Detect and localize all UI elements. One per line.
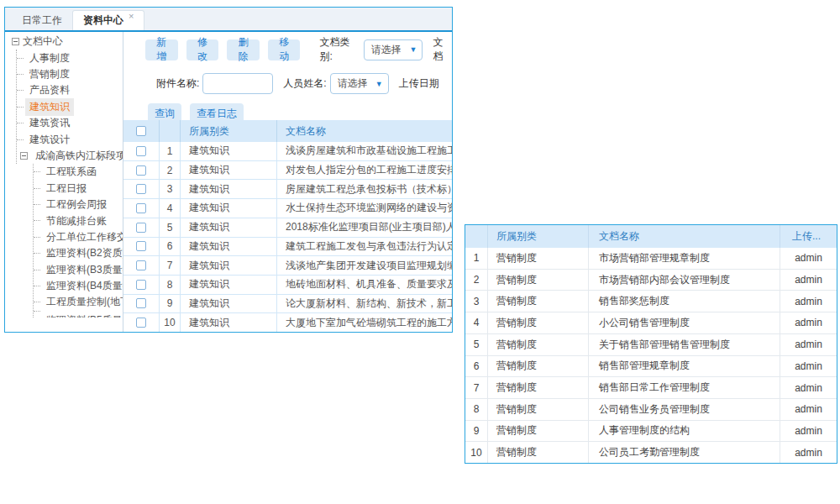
move-button[interactable]: 移动 (268, 39, 301, 60)
tree-node-project[interactable]: 成渝高铁内江标段项目 (17, 148, 123, 164)
table-row[interactable]: 9营销制度人事管理制度的结构admin (465, 421, 837, 443)
row-category-cell: 营销制度 (488, 399, 589, 420)
doc-category-select[interactable]: 请选择 ▼ (364, 39, 423, 60)
row-checkbox-cell (123, 142, 160, 160)
tree-item[interactable]: 产品资料 (17, 82, 123, 98)
tree-root-label: 文档中心 (23, 34, 63, 49)
tree-item[interactable]: 建筑知识 (17, 99, 123, 115)
row-checkbox[interactable] (136, 203, 146, 213)
row-checkbox[interactable] (136, 165, 146, 176)
row-uploader-cell: admin (780, 399, 837, 420)
tree-item[interactable]: 工程日报 (34, 181, 123, 197)
upload-date-label-clipped: 上传日期 (399, 76, 439, 91)
row-checkbox[interactable] (136, 260, 146, 270)
row-category-cell: 建筑知识 (181, 199, 277, 218)
header-number (465, 225, 488, 248)
row-name-cell: 市场营销部内部会议管理制度 (589, 270, 780, 291)
row-checkbox[interactable] (136, 241, 146, 251)
table-row[interactable]: 5营销制度关于销售部管理销售管理制度admin (465, 334, 837, 356)
tree-item[interactable]: 建筑资讯 (17, 115, 123, 131)
person-name-select[interactable]: 请选择 ▼ (330, 73, 389, 94)
toolbar-row-actions: 新增 修改 删除 移动 文档类别: 请选择 ▼ 文档 (145, 35, 452, 64)
table-row[interactable]: 5建筑知识2018标准化监理项目部(业主项目部)人员... (123, 218, 452, 238)
row-checkbox[interactable] (136, 280, 146, 290)
row-number-cell: 8 (465, 399, 488, 420)
tree-item[interactable]: 监理资料(B2资质) (34, 245, 123, 261)
tree-item[interactable]: 工程质量控制(地下室) (34, 294, 123, 310)
documents-table: 所属别类 文档名称 1建筑知识浅谈房屋建筑和市政基础设施工程施工...2建筑知识… (123, 120, 452, 332)
tree-item[interactable]: 工程例会周报 (34, 197, 123, 213)
row-number-cell: 5 (160, 218, 181, 237)
row-number-cell: 4 (160, 199, 181, 218)
person-name-label: 人员姓名: (283, 76, 326, 91)
tab-data-center[interactable]: 资料中心 × (72, 10, 144, 30)
attachment-name-input[interactable] (202, 73, 273, 94)
row-category-cell: 建筑知识 (181, 218, 277, 237)
table-row[interactable]: 4营销制度小公司销售管理制度admin (465, 312, 837, 334)
desktop: 日常工作 资料中心 × 文档中心 人事制度营销制度产品资料建筑知识建筑资讯建筑设… (0, 0, 840, 504)
row-number-cell: 6 (160, 238, 181, 256)
tree-item[interactable]: 分工单位工作移交 (34, 229, 123, 245)
row-checkbox[interactable] (136, 298, 146, 308)
table-row[interactable]: 8营销制度公司销售业务员管理制度admin (465, 399, 837, 421)
table-row[interactable]: 10营销制度公司员工考勤管理制度admin (465, 442, 837, 463)
table-row[interactable]: 9建筑知识论大厦新材料、新结构、新技术，新工... (123, 295, 452, 314)
table-row[interactable]: 3建筑知识房屋建筑工程总承包投标书（技术标）... (123, 180, 452, 199)
tree-item[interactable]: 人事制度 (17, 50, 123, 66)
add-button[interactable]: 新增 (145, 39, 178, 60)
table-row[interactable]: 7营销制度销售部日常工作管理制度admin (465, 377, 837, 399)
table-row[interactable]: 4建筑知识水土保持生态环境监测网络的建设与资... (123, 199, 452, 218)
collapse-icon[interactable] (12, 38, 19, 45)
table-row[interactable]: 2建筑知识对发包人指定分包的工程施工进度安排... (123, 161, 452, 181)
tab-daily-work[interactable]: 日常工作 (12, 10, 72, 30)
row-name-cell: 论大厦新材料、新结构、新技术，新工... (277, 295, 452, 313)
tree-item[interactable]: 监理资料(B3质量控制) (34, 261, 123, 277)
header-category: 所属别类 (181, 120, 277, 142)
row-checkbox[interactable] (136, 318, 146, 328)
table-row[interactable]: 10建筑知识大厦地下室加气砼墙砌筑工程的施工方... (123, 313, 452, 332)
table-row[interactable]: 6建筑知识建筑工程施工发包与承包违法行为认定... (123, 238, 452, 257)
row-number-cell: 3 (160, 180, 181, 198)
close-tab-icon[interactable]: × (129, 11, 134, 21)
tree-item-clipped[interactable]: 监理资料(B5质量控制) (34, 311, 123, 318)
row-number-cell: 1 (465, 248, 488, 269)
doc-name-label-clipped: 文档 (433, 35, 452, 64)
row-category-cell: 建筑知识 (181, 180, 277, 198)
tree-item-label: 监理资料(B4质量控制) (42, 277, 123, 295)
tree-item[interactable]: 监理资料(B4质量控制) (34, 278, 123, 294)
row-number-cell: 7 (160, 256, 181, 275)
tree-item[interactable]: 营销制度 (17, 66, 123, 82)
right-table-body: 1营销制度市场营销部管理规章制度admin2营销制度市场营销部内部会议管理制度a… (465, 248, 837, 463)
delete-button[interactable]: 删除 (227, 39, 260, 60)
tree-item-label: 产品资料 (25, 81, 74, 99)
row-category-cell: 建筑知识 (181, 238, 277, 256)
table-row[interactable]: 7建筑知识浅谈地产集团开发建设项目监理规划编... (123, 256, 452, 276)
table-row[interactable]: 8建筑知识地砖地面材料、机具准备、质量要求及... (123, 276, 452, 295)
tree-item[interactable]: 工程联系函 (34, 164, 123, 180)
table-row[interactable]: 3营销制度销售部奖惩制度admin (465, 291, 837, 312)
tree-item-label: 工程日报 (42, 180, 91, 197)
marketing-documents-table: 所属别类 文档名称 上传... 1营销制度市场营销部管理规章制度admin2营销… (465, 224, 837, 464)
row-checkbox[interactable] (136, 184, 146, 194)
collapse-icon[interactable] (20, 152, 28, 160)
row-number-cell: 9 (160, 295, 181, 313)
row-checkbox-cell (123, 218, 160, 237)
doc-category-label: 文档类别: (319, 35, 360, 64)
table-row[interactable]: 6营销制度销售部管理规章制度admin (465, 356, 837, 378)
row-category-cell: 建筑知识 (181, 142, 277, 160)
tree-item-label: 监理资料(B5质量控制) (42, 311, 123, 318)
tree-item[interactable]: 建筑设计 (17, 131, 123, 147)
edit-button[interactable]: 修改 (186, 39, 219, 60)
row-category-cell: 营销制度 (488, 377, 589, 398)
row-number-cell: 2 (160, 161, 181, 180)
row-name-cell: 人事管理制度的结构 (589, 421, 780, 442)
table-row[interactable]: 1营销制度市场营销部管理规章制度admin (465, 248, 837, 270)
tree-item-label: 成渝高铁内江标段项目 (31, 147, 123, 165)
row-checkbox[interactable] (136, 223, 146, 233)
table-row[interactable]: 2营销制度市场营销部内部会议管理制度admin (465, 270, 837, 291)
row-checkbox[interactable] (136, 146, 146, 156)
table-row[interactable]: 1建筑知识浅谈房屋建筑和市政基础设施工程施工... (123, 142, 452, 161)
select-all-checkbox[interactable] (136, 126, 146, 136)
tree-item[interactable]: 节能减排台账 (34, 213, 123, 228)
tree-node-root[interactable]: 文档中心 (5, 34, 123, 50)
